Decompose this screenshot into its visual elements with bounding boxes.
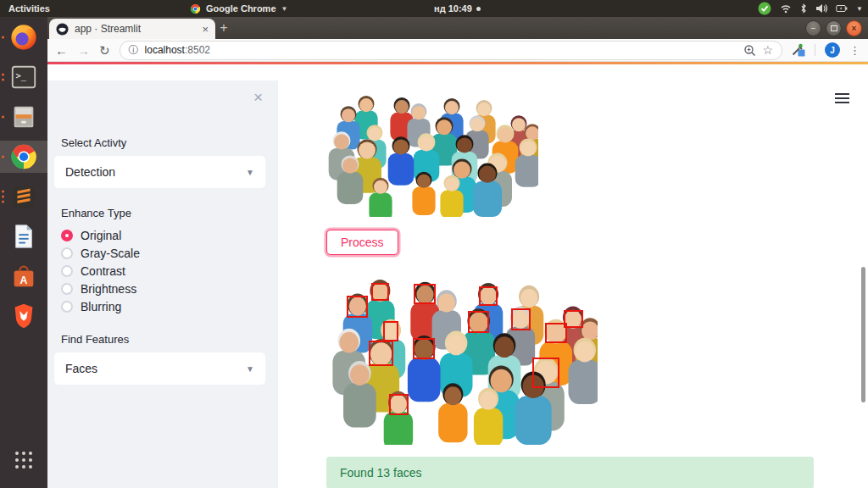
app-menu-label: Google Chrome — [206, 3, 276, 14]
maximize-button[interactable] — [826, 20, 842, 36]
radio-unselected-icon[interactable] — [61, 283, 73, 295]
clock-label: нд 10:49 — [434, 3, 472, 14]
streamlit-menu-icon[interactable] — [835, 93, 849, 106]
wifi-icon — [780, 3, 792, 14]
success-message-text: Found 13 faces — [340, 466, 422, 480]
sidebar: × Select Activty Detection ▼ Enhance Typ… — [47, 80, 278, 488]
file-manager-icon — [9, 103, 38, 131]
radio-option-brightness[interactable]: Brightness — [61, 280, 265, 297]
tab-strip: app · Streamlit × + − × — [47, 17, 868, 39]
radio-option-blurring[interactable]: Blurring — [61, 297, 265, 315]
toolbar-divider — [815, 44, 815, 56]
volume-icon — [815, 3, 827, 14]
tab-title: app · Streamlit — [75, 23, 196, 35]
face-box — [468, 311, 489, 333]
face-box — [369, 341, 393, 366]
dock-item-chrome[interactable] — [0, 141, 47, 173]
radio-unselected-icon[interactable] — [61, 265, 73, 277]
radio-option-original[interactable]: Original — [61, 226, 265, 244]
tab-close-icon[interactable]: × — [202, 23, 209, 36]
bluetooth-icon — [800, 3, 807, 14]
face-box — [414, 284, 436, 304]
radio-selected-icon[interactable] — [61, 230, 73, 241]
face-box — [511, 308, 531, 330]
enhance-type-label: Enhance Type — [61, 207, 265, 219]
reload-button[interactable]: ↻ — [99, 44, 110, 57]
activities-button[interactable]: Activities — [8, 3, 50, 14]
dock-item-terminal[interactable]: >_ — [0, 61, 47, 93]
ubuntu-software-icon: A — [9, 262, 38, 291]
firefox-icon — [9, 23, 38, 52]
profile-avatar[interactable]: J — [825, 42, 840, 58]
window-controls: − × — [805, 20, 862, 36]
system-status-area[interactable]: ▼ — [758, 2, 863, 15]
show-applications-button[interactable] — [0, 444, 47, 476]
window-indicator — [2, 191, 4, 203]
features-select-value: Faces — [65, 362, 97, 375]
address-bar[interactable]: ⓘ localhost:8502 ☆ — [120, 41, 782, 60]
close-window-button[interactable]: × — [846, 20, 862, 36]
page-scrollbar[interactable] — [861, 267, 865, 402]
dock-item-brave[interactable] — [0, 300, 47, 332]
face-box — [347, 296, 368, 318]
window-indicator — [2, 116, 4, 119]
back-button[interactable]: ← — [55, 44, 68, 57]
bookmark-star-icon[interactable]: ☆ — [762, 43, 773, 57]
processed-image — [330, 270, 598, 445]
dock-item-sublime-text[interactable] — [0, 180, 47, 213]
caret-down-icon: ▼ — [246, 168, 254, 177]
success-message: Found 13 faces — [326, 457, 814, 488]
forward-button[interactable]: → — [77, 44, 90, 57]
libreoffice-writer-icon — [9, 222, 38, 251]
radio-option-contrast[interactable]: Contrast — [61, 262, 265, 280]
enhance-type-radio-group: OriginalGray-ScaleContrastBrightnessBlur… — [61, 226, 265, 315]
site-info-icon[interactable]: ⓘ — [129, 43, 139, 58]
radio-unselected-icon[interactable] — [61, 247, 73, 259]
face-box — [389, 394, 409, 415]
chrome-icon — [9, 142, 38, 171]
url-host: localhost — [145, 44, 185, 56]
radio-option-gray-scale[interactable]: Gray-Scale — [61, 244, 265, 262]
dock: >_ — [0, 17, 47, 488]
face-box — [371, 283, 389, 301]
dock-item-libreoffice-writer[interactable] — [0, 220, 47, 252]
window-indicator — [2, 36, 4, 39]
colorzilla-extension-icon[interactable] — [792, 43, 805, 57]
face-box — [479, 286, 498, 306]
browser-tab[interactable]: app · Streamlit × — [49, 19, 215, 39]
dock-item-firefox[interactable] — [0, 21, 47, 53]
radio-option-label: Contrast — [81, 264, 125, 278]
clock-menu[interactable]: нд 10:49 — [434, 3, 481, 14]
dock-item-file-manager[interactable] — [0, 101, 47, 133]
streamlit-decoration-bar — [47, 62, 868, 64]
select-activity-label: Select Activty — [61, 80, 265, 149]
activity-select[interactable]: Detection ▼ — [54, 156, 265, 188]
terminal-icon: >_ — [9, 63, 38, 92]
radio-unselected-icon[interactable] — [61, 301, 73, 313]
minimize-button[interactable]: − — [805, 20, 821, 36]
radio-option-label: Brightness — [81, 282, 136, 296]
window-indicator — [2, 74, 4, 81]
process-button[interactable]: Process — [326, 230, 398, 255]
url-port: :8502 — [185, 44, 210, 56]
chevron-down-icon: ▼ — [281, 5, 288, 13]
new-tab-button[interactable]: + — [214, 19, 234, 36]
caret-down-icon: ▼ — [246, 364, 254, 374]
desktop: Activities Google Chrome ▼ нд 10:49 — [0, 0, 868, 488]
radio-option-label: Blurring — [81, 300, 121, 313]
face-box — [532, 358, 559, 387]
streamlit-favicon — [56, 23, 69, 36]
activity-select-value: Detection — [65, 165, 115, 179]
sidebar-close-icon[interactable]: × — [253, 89, 263, 105]
app-menu[interactable]: Google Chrome ▼ — [190, 3, 287, 14]
battery-icon — [836, 4, 848, 13]
find-features-label: Find Features — [61, 333, 265, 346]
browser-toolbar: ← → ↻ ⓘ localhost:8502 ☆ J ⋮ — [47, 39, 868, 62]
radio-option-label: Original — [81, 229, 121, 242]
chrome-logo-icon — [190, 3, 201, 14]
zoom-icon[interactable] — [743, 44, 756, 57]
dock-item-ubuntu-software[interactable]: A — [0, 260, 47, 292]
radio-option-label: Gray-Scale — [81, 247, 140, 260]
features-select[interactable]: Faces ▼ — [54, 352, 265, 385]
browser-menu-icon[interactable]: ⋮ — [849, 44, 860, 57]
